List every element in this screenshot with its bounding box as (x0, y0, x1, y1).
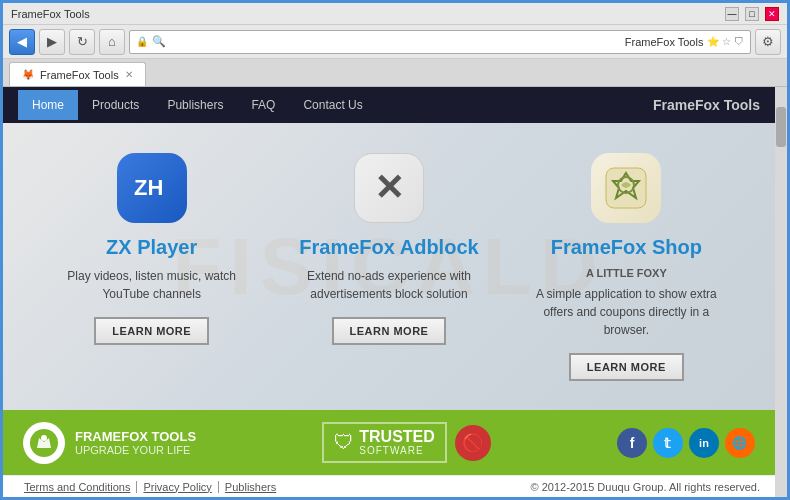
footer-logo-title: FRAMEFOX TOOLS (75, 429, 196, 444)
zx-icon-svg: ZH (132, 173, 172, 203)
zx-player-icon: ZH (117, 153, 187, 223)
footer-logo-icon (23, 422, 65, 464)
footer-trusted: 🛡 TRUSTED SOFTWARE 🚫 (322, 422, 491, 463)
nav-products[interactable]: Products (78, 90, 153, 120)
scrollbar-thumb[interactable] (776, 107, 786, 147)
adblock-title: FrameFox Adblock (299, 235, 478, 259)
nav-publishers[interactable]: Publishers (153, 90, 237, 120)
footer-copyright: © 2012-2015 Duuqu Group. All rights rese… (531, 481, 760, 493)
footer-logo-sub: UPGRADE YOUR LIFE (75, 444, 196, 456)
trusted-text: TRUSTED SOFTWARE (359, 429, 435, 456)
nav-links: Home Products Publishers FAQ Contact Us (18, 90, 377, 120)
nav-faq[interactable]: FAQ (237, 90, 289, 120)
minimize-button[interactable]: — (725, 7, 739, 21)
scrollbar[interactable] (775, 87, 787, 497)
linkedin-icon[interactable]: in (689, 428, 719, 458)
shop-desc: A simple application to show extra offer… (528, 285, 725, 339)
home-button[interactable]: ⌂ (99, 29, 125, 55)
title-bar-controls: — □ ✕ (725, 7, 779, 21)
product-shop: FrameFox Shop A LITTLE FOXY A simple app… (508, 143, 745, 391)
products-grid: ZH ZX Player Play videos, listen music, … (3, 123, 775, 410)
shop-icon-svg (601, 163, 651, 213)
adblock-desc: Extend no-ads experience with advertisem… (290, 267, 487, 303)
browser-frame: FrameFox Tools — □ ✕ ◀ ▶ ↻ ⌂ 🔒 🔍 FrameFo… (3, 3, 787, 497)
adblock-learn-btn[interactable]: LEARN MORE (332, 317, 447, 345)
shop-icon (591, 153, 661, 223)
zx-player-title: ZX Player (106, 235, 197, 259)
maximize-button[interactable]: □ (745, 7, 759, 21)
hero-section: FISICALD ZH ZX Player Play videos, liste… (3, 123, 775, 410)
active-tab[interactable]: 🦊 FrameFox Tools ✕ (9, 62, 146, 86)
tab-close-button[interactable]: ✕ (125, 69, 133, 80)
publishers-link[interactable]: Publishers (219, 481, 282, 493)
content-area: Home Products Publishers FAQ Contact Us … (3, 87, 775, 497)
toolbar: ◀ ▶ ↻ ⌂ 🔒 🔍 FrameFox Tools ⭐ ☆ ⛉ ⚙ (3, 25, 787, 59)
back-button[interactable]: ◀ (9, 29, 35, 55)
title-bar: FrameFox Tools — □ ✕ (3, 3, 787, 25)
address-url: FrameFox Tools (625, 36, 704, 48)
address-icon: 🔒 (136, 36, 148, 47)
footer-bottom: Terms and Conditions Privacy Policy Publ… (3, 475, 775, 497)
tab-bar: 🦊 FrameFox Tools ✕ (3, 59, 787, 87)
product-adblock: ✕ FrameFox Adblock Extend no-ads experie… (270, 143, 507, 355)
framefox-logo-svg (29, 428, 59, 458)
nav-home[interactable]: Home (18, 90, 78, 120)
footer-links: Terms and Conditions Privacy Policy Publ… (18, 481, 282, 493)
facebook-icon[interactable]: f (617, 428, 647, 458)
footer-logo: FRAMEFOX TOOLS UPGRADE YOUR LIFE (23, 422, 196, 464)
close-button[interactable]: ✕ (765, 7, 779, 21)
tab-favicon: 🦊 (22, 69, 34, 80)
social-icons: f 𝕥 in 🌐 (617, 428, 755, 458)
trusted-sub: SOFTWARE (359, 445, 435, 456)
footer-logo-text: FRAMEFOX TOOLS UPGRADE YOUR LIFE (75, 429, 196, 456)
zx-player-learn-btn[interactable]: LEARN MORE (94, 317, 209, 345)
privacy-link[interactable]: Privacy Policy (137, 481, 218, 493)
product-zx-player: ZH ZX Player Play videos, listen music, … (33, 143, 270, 355)
shop-title: FrameFox Shop (551, 235, 702, 259)
tab-label: FrameFox Tools (40, 69, 119, 81)
address-text: 🔍 (152, 35, 621, 48)
star-button[interactable]: ⚙ (755, 29, 781, 55)
site-brand: FrameFox Tools (653, 97, 760, 113)
trusted-shield-icon: 🛡 (334, 431, 354, 454)
terms-link[interactable]: Terms and Conditions (18, 481, 137, 493)
no-ads-icon: 🚫 (455, 425, 491, 461)
trusted-badge: 🛡 TRUSTED SOFTWARE (322, 422, 447, 463)
svg-text:ZH: ZH (134, 175, 163, 200)
address-bar[interactable]: 🔒 🔍 FrameFox Tools ⭐ ☆ ⛉ (129, 30, 751, 54)
globe-icon[interactable]: 🌐 (725, 428, 755, 458)
address-right-icons: ⭐ ☆ ⛉ (707, 36, 744, 47)
refresh-button[interactable]: ↻ (69, 29, 95, 55)
zx-player-desc: Play videos, listen music, watch YouTube… (53, 267, 250, 303)
forward-button[interactable]: ▶ (39, 29, 65, 55)
site-nav: Home Products Publishers FAQ Contact Us … (3, 87, 775, 123)
adblock-icon: ✕ (354, 153, 424, 223)
shop-subtitle: A LITTLE FOXY (586, 267, 667, 279)
main-area: Home Products Publishers FAQ Contact Us … (3, 87, 787, 497)
nav-contact[interactable]: Contact Us (289, 90, 376, 120)
svg-point-4 (41, 435, 47, 441)
title-bar-title: FrameFox Tools (11, 8, 90, 20)
shop-learn-btn[interactable]: LEARN MORE (569, 353, 684, 381)
twitter-icon[interactable]: 𝕥 (653, 428, 683, 458)
trusted-word: TRUSTED (359, 429, 435, 445)
footer-main: FRAMEFOX TOOLS UPGRADE YOUR LIFE 🛡 TRUST… (3, 410, 775, 475)
